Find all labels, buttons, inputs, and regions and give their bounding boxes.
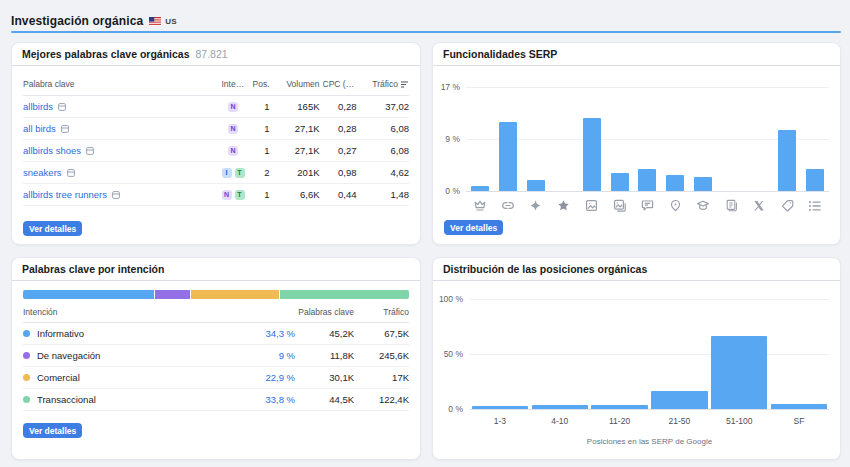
plot-area: 0 %50 %100 % (470, 299, 829, 410)
bar[interactable] (472, 406, 528, 409)
bar[interactable] (778, 130, 796, 191)
organic-research-page: Investigación orgánica US Mejores palabr… (0, 0, 850, 467)
keyword-intents: NT (222, 190, 245, 200)
bar[interactable] (694, 177, 712, 191)
keywords-details-button[interactable]: Ver detalles (23, 221, 82, 236)
x-axis (466, 199, 829, 212)
card-serp-features: Funcionalidades SERP 0 %9 %17 % Ver deta… (432, 42, 841, 245)
bar[interactable] (651, 391, 707, 409)
intent-color-dot (23, 396, 30, 403)
bar[interactable] (771, 404, 827, 410)
keyword-link[interactable]: allbirds tree runners (23, 189, 107, 200)
y-axis-tick-label: 17 % (441, 82, 460, 92)
column-cpc-label: CPC (USD) (323, 79, 357, 89)
featured-snippet-icon (466, 199, 494, 212)
intent-segment-transaccional[interactable] (280, 290, 409, 299)
bars (470, 299, 829, 409)
card-title-top-keywords: Mejores palabras clave orgánicas (22, 48, 190, 60)
bar-slot (769, 299, 829, 409)
column-keyword: Palabra clave (23, 79, 222, 89)
intent-share-link[interactable]: 34,3 % (265, 328, 295, 339)
column-position: Pos. (245, 79, 270, 89)
column-intent-keywords: Palabras clave (295, 307, 354, 317)
intent-share-link[interactable]: 22,9 % (265, 372, 295, 383)
keyword-link[interactable]: allbirds (23, 101, 53, 112)
serp-preview-icon[interactable] (67, 169, 75, 177)
intent-segment-informativo[interactable] (23, 290, 154, 299)
bar[interactable] (527, 180, 545, 191)
image-carousel-icon (606, 199, 634, 212)
bar[interactable] (532, 405, 588, 409)
y-axis-tick-label: 9 % (445, 134, 460, 144)
bar[interactable] (583, 118, 601, 191)
x-axis-label: 11-20 (590, 415, 650, 427)
serp-preview-icon[interactable] (61, 125, 69, 133)
x-axis-label: 21-50 (649, 415, 709, 427)
keyword-position: 1 (245, 189, 270, 200)
bar[interactable] (638, 169, 656, 191)
keyword-volume: 27,1K (270, 145, 320, 156)
bar[interactable] (806, 169, 824, 191)
keyword-volume: 201K (270, 167, 320, 178)
keyword-cell: allbirds (23, 101, 222, 112)
bar-slot (590, 299, 650, 409)
card-header: Palabras clave por intención (12, 258, 420, 281)
keywords-table-body: allbirdsN1165K0,2837,02all birdsN127,1K0… (23, 96, 409, 206)
column-volume: Volumen (270, 79, 320, 89)
intent-details-button[interactable]: Ver detalles (23, 423, 82, 438)
x-axis-label-text: 21-50 (669, 416, 691, 426)
shopping-ads-icon-svg (781, 199, 794, 212)
column-traffic[interactable]: Tráfico (357, 79, 410, 89)
intent-traffic: 17K (354, 372, 409, 383)
twitter-icon-svg (753, 200, 765, 212)
bar[interactable] (711, 336, 767, 409)
bar[interactable] (499, 122, 517, 191)
intent-keywords-count: 45,2K (295, 328, 354, 339)
keyword-cpc: 0,44 (320, 189, 357, 200)
intent-segment-de-navegación[interactable] (155, 290, 189, 299)
intent-badge-n: N (228, 102, 238, 112)
intent-badge-n: N (222, 190, 232, 200)
keyword-position: 1 (245, 123, 270, 134)
intent-row: Informativo34,3 %45,2K67,5K (23, 323, 409, 345)
serp-preview-icon[interactable] (86, 147, 94, 155)
x-axis-label-text: 1-3 (494, 416, 506, 426)
card-title-serp-features: Funcionalidades SERP (443, 48, 557, 60)
intent-badge-t: T (235, 190, 245, 200)
column-cpc: CPC (USD) (320, 79, 357, 89)
database-selector[interactable]: US (149, 17, 177, 26)
keyword-link[interactable]: sneakers (23, 167, 62, 178)
keyword-cpc: 0,98 (320, 167, 357, 178)
card-title-intent: Palabras clave por intención (22, 263, 164, 275)
bar-slot (717, 87, 745, 191)
intent-traffic: 67,5K (354, 328, 409, 339)
featured-image-icon-svg (585, 199, 598, 212)
serp-details-button[interactable]: Ver detalles (444, 220, 503, 235)
bar-slot (530, 299, 590, 409)
serp-preview-icon[interactable] (58, 103, 66, 111)
bar[interactable] (591, 405, 647, 409)
x-axis-label: SF (769, 415, 829, 427)
serp-preview-icon[interactable] (112, 191, 120, 199)
intent-share-link[interactable]: 9 % (279, 350, 295, 361)
keyword-row: allbirdsN1165K0,2837,02 (23, 96, 409, 118)
bar[interactable] (611, 173, 629, 191)
keyword-row: allbirds tree runnersNT16,6K0,441,48 (23, 184, 409, 206)
bar-slot (578, 87, 606, 191)
keyword-link[interactable]: allbirds shoes (23, 145, 81, 156)
keyword-link[interactable]: all birds (23, 123, 56, 134)
bar[interactable] (471, 186, 489, 191)
intent-share-link[interactable]: 33,8 % (265, 394, 295, 405)
serp-features-chart: 0 %9 %17 % (444, 87, 829, 212)
local-pack-icon (661, 199, 689, 212)
card-header: Mejores palabras clave orgánicas 87.821 (12, 43, 420, 66)
intent-keywords-count: 44,5K (295, 394, 354, 405)
local-pack-icon-svg (669, 199, 682, 212)
bar[interactable] (666, 175, 684, 191)
instant-answer-icon-svg (529, 199, 542, 212)
intent-color-dot (23, 374, 30, 381)
intent-segment-comercial[interactable] (191, 290, 279, 299)
intent-color-dot (23, 330, 30, 337)
x-axis-label-text: 51-100 (726, 416, 752, 426)
us-flag-icon (149, 17, 161, 26)
